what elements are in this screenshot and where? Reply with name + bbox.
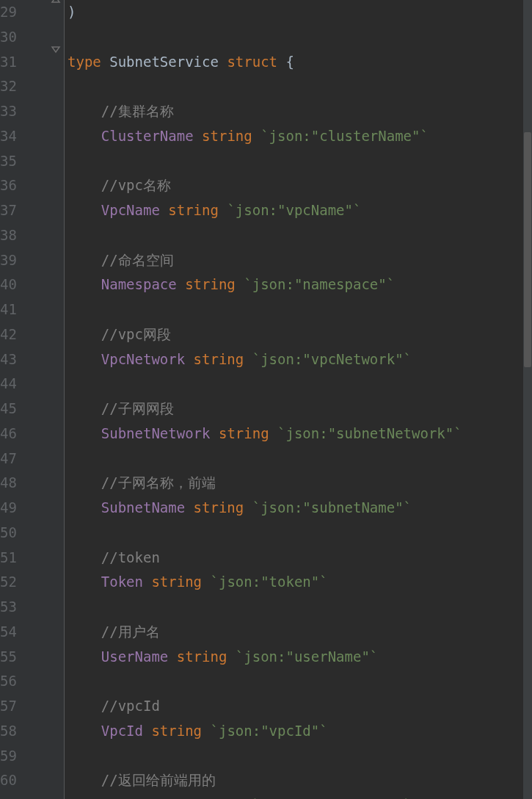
comment: //vpcId: [101, 698, 160, 714]
field-name: SubnetNetwork: [101, 425, 211, 441]
field-type: string: [219, 425, 269, 441]
code-line: [68, 149, 532, 174]
code-editor: 2930313233343536373839404142434445464748…: [0, 0, 532, 799]
code-line: [68, 669, 532, 694]
brace-close: ): [68, 4, 76, 20]
field-type: string: [177, 648, 227, 665]
field-name: VpcNetwork: [101, 351, 185, 367]
field-name: Namespace: [101, 276, 177, 292]
line-number: 38: [0, 223, 15, 248]
code-line: UserName string `json:"userName"`: [68, 645, 532, 670]
code-line: [68, 744, 532, 769]
line-number: 52: [0, 570, 15, 595]
line-number: 55: [0, 645, 15, 670]
line-number: 35: [0, 149, 15, 174]
vertical-scrollbar-track[interactable]: [523, 0, 532, 799]
field-name: ClusterName: [101, 128, 194, 144]
line-number: 50: [0, 521, 15, 546]
field-name: SubnetName: [101, 499, 185, 516]
code-line: [68, 446, 532, 471]
code-line: //子网名称，前端: [68, 471, 532, 496]
field-type: string: [202, 128, 252, 144]
code-line: [68, 25, 532, 50]
keyword-type: type: [68, 54, 101, 70]
struct-tag: `json:"subnetName"`: [252, 499, 412, 516]
line-number: 29: [0, 0, 15, 25]
line-number: 56: [0, 669, 15, 694]
line-number: 41: [0, 297, 15, 322]
code-line: Namespace string `json:"namespace"`: [68, 272, 532, 297]
code-line: VpcNetwork string `json:"vpcNetwork"`: [68, 347, 532, 372]
code-line: SubnetNetwork string `json:"subnetNetwor…: [68, 422, 532, 446]
struct-tag: `json:"token"`: [211, 574, 328, 590]
code-line: [68, 595, 532, 620]
gutter: 2930313233343536373839404142434445464748…: [0, 0, 65, 799]
code-line: VpcName string `json:"vpcName"`: [68, 198, 532, 223]
brace-open: {: [285, 54, 294, 70]
code-line: [68, 74, 532, 99]
comment: //集群名称: [101, 103, 174, 119]
vertical-scrollbar-thumb[interactable]: [524, 132, 531, 367]
code-line: [68, 297, 532, 322]
fold-start-icon[interactable]: [50, 44, 62, 56]
struct-tag: `json:"vpcNetwork"`: [252, 351, 412, 367]
field-type: string: [194, 499, 244, 516]
code-line: //vpc网段: [68, 322, 532, 347]
line-numbers: 2930313233343536373839404142434445464748…: [0, 0, 15, 799]
line-number: 59: [0, 744, 15, 769]
code-line: //子网网段: [68, 397, 532, 422]
line-number: 46: [0, 422, 15, 446]
line-number: 42: [0, 322, 15, 347]
keyword-struct: struct: [227, 54, 277, 70]
line-number: 37: [0, 198, 15, 223]
field-type: string: [194, 351, 244, 367]
line-number: 33: [0, 99, 15, 124]
line-number: 57: [0, 694, 15, 719]
code-line: //vpcId: [68, 694, 532, 719]
line-number: 31: [0, 50, 15, 75]
code-line: //命名空间: [68, 248, 532, 273]
field-type: string: [151, 723, 202, 739]
line-number: 44: [0, 372, 15, 397]
code-line: [68, 223, 532, 248]
line-number: 53: [0, 595, 15, 620]
comment: //vpc网段: [101, 326, 171, 342]
line-number: 45: [0, 397, 15, 422]
field-type: string: [151, 574, 202, 590]
line-number: 58: [0, 719, 15, 744]
comment: //返回给前端用的: [101, 772, 216, 788]
code-line: //用户名: [68, 620, 532, 645]
code-line: //集群名称: [68, 99, 532, 124]
line-number: 32: [0, 74, 15, 99]
code-line: CreateTime string `json:"createTime"`: [68, 793, 532, 799]
struct-tag: `json:"subnetNetwork"`: [277, 425, 462, 441]
code-area[interactable]: ) type SubnetService struct { //集群名称 Clu…: [65, 0, 532, 799]
line-number: 39: [0, 248, 15, 273]
line-number: 34: [0, 124, 15, 149]
struct-tag: `json:"vpcId"`: [211, 723, 328, 739]
comment: //token: [101, 549, 160, 565]
code-line: //vpc名称: [68, 173, 532, 198]
line-number: 61: [0, 793, 15, 799]
line-number: 60: [0, 768, 15, 793]
struct-tag: `json:"userName"`: [236, 648, 378, 665]
comment: //命名空间: [101, 252, 174, 268]
comment: //子网网段: [101, 400, 174, 416]
code-line: type SubnetService struct {: [68, 50, 532, 75]
field-name: VpcName: [101, 202, 160, 218]
code-line: //返回给前端用的: [68, 768, 532, 793]
code-line: VpcId string `json:"vpcId"`: [68, 719, 532, 744]
code-line: Token string `json:"token"`: [68, 570, 532, 595]
comment: //子网名称，前端: [101, 474, 216, 491]
fold-end-icon[interactable]: [50, 0, 62, 6]
field-name: Token: [101, 574, 143, 590]
field-type: string: [185, 276, 236, 292]
field-name: VpcId: [101, 723, 143, 739]
line-number: 36: [0, 173, 15, 198]
struct-tag: `json:"clusterName"`: [260, 128, 429, 144]
type-identifier: SubnetService: [109, 54, 219, 70]
struct-tag: `json:"vpcName"`: [227, 202, 361, 218]
code-line: ): [68, 0, 532, 25]
struct-tag: `json:"namespace"`: [244, 276, 395, 292]
code-line: ClusterName string `json:"clusterName"`: [68, 124, 532, 149]
